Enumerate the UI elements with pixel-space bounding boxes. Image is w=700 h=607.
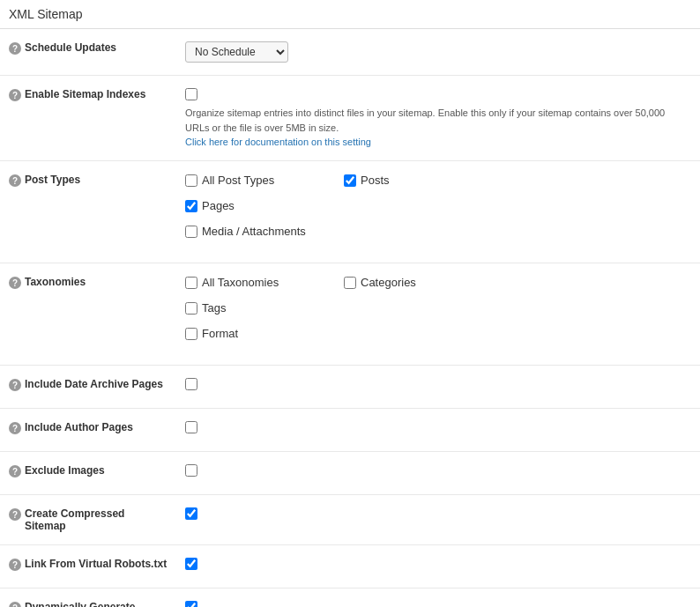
checkbox-col-taxonomies-3: Format — [185, 327, 344, 345]
help-icon-include-date-archive[interactable]: ? — [9, 379, 21, 391]
settings-row-create-compressed-sitemap: ? Create Compressed Sitemap — [0, 495, 700, 545]
label-group-dynamically-generate-sitemap: ? Dynamically Generate Sitemap — [9, 601, 168, 607]
checkbox-label-taxonomies-3: Format — [202, 327, 238, 340]
checkbox-post-types-0[interactable] — [185, 174, 197, 187]
settings-row-dynamically-generate-sitemap: ? Dynamically Generate Sitemap — [0, 588, 700, 608]
settings-row-taxonomies: ? Taxonomies All TaxonomiesCategoriesTag… — [0, 263, 700, 366]
value-cell-exclude-images — [176, 452, 700, 495]
checkbox-include-author-pages[interactable] — [185, 421, 197, 433]
checkbox-item-taxonomies-1: Categories — [344, 276, 503, 289]
checkbox-item-post-types-3: Media / Attachments — [185, 225, 344, 238]
label-text-create-compressed-sitemap: Create Compressed Sitemap — [25, 507, 168, 532]
checkbox-dynamically-generate-sitemap[interactable] — [185, 601, 197, 607]
label-group-exclude-images: ? Exclude Images — [9, 464, 168, 477]
value-cell-post-types: All Post TypesPostsPagesMedia / Attachme… — [176, 161, 700, 263]
checkbox-item-include-author-pages — [185, 421, 691, 433]
checkbox-post-types-3[interactable] — [185, 226, 197, 238]
checkbox-taxonomies-3[interactable] — [185, 328, 197, 340]
checkbox-item-enable-sitemap-indexes — [185, 88, 691, 100]
checkbox-item-taxonomies-0: All Taxonomies — [185, 276, 344, 289]
select-schedule-updates[interactable]: No Schedule — [185, 41, 288, 63]
label-text-enable-sitemap-indexes: Enable Sitemap Indexes — [25, 88, 145, 100]
label-text-schedule-updates: Schedule Updates — [25, 41, 116, 54]
checkbox-col-post-types-2: Pages — [185, 199, 691, 218]
checkbox-label-post-types-2: Pages — [202, 199, 235, 212]
help-icon-link-from-virtual-robots[interactable]: ? — [9, 559, 21, 571]
checkbox-taxonomies-2[interactable] — [185, 302, 197, 315]
checkbox-post-types-1[interactable] — [344, 174, 356, 187]
label-text-post-types: Post Types — [25, 174, 80, 186]
settings-row-schedule-updates: ? Schedule Updates No Schedule — [0, 29, 700, 76]
checkbox-label-post-types-0: All Post Types — [202, 174, 274, 187]
label-group-link-from-virtual-robots: ? Link From Virtual Robots.txt — [9, 558, 168, 571]
label-text-dynamically-generate-sitemap: Dynamically Generate Sitemap — [25, 601, 168, 607]
label-text-include-date-archive: Include Date Archive Pages — [25, 378, 163, 390]
checkbox-item-taxonomies-3: Format — [185, 327, 344, 340]
value-cell-create-compressed-sitemap — [176, 495, 700, 545]
checkbox-taxonomies-1[interactable] — [344, 277, 356, 289]
settings-row-link-from-virtual-robots: ? Link From Virtual Robots.txt — [0, 545, 700, 588]
checkbox-enable-sitemap-indexes[interactable] — [185, 88, 197, 100]
help-icon-create-compressed-sitemap[interactable]: ? — [9, 508, 21, 521]
help-icon-taxonomies[interactable]: ? — [9, 277, 21, 289]
checkbox-create-compressed-sitemap[interactable] — [185, 507, 197, 520]
label-group-schedule-updates: ? Schedule Updates — [9, 41, 168, 55]
value-cell-link-from-virtual-robots — [176, 545, 700, 588]
help-link-enable-sitemap-indexes[interactable]: Click here for documentation on this set… — [185, 137, 371, 147]
help-icon-dynamically-generate-sitemap[interactable]: ? — [9, 602, 21, 607]
value-cell-include-author-pages — [176, 409, 700, 452]
checkbox-col-post-types-1: Posts — [344, 174, 503, 192]
settings-row-post-types: ? Post Types All Post TypesPostsPagesMed… — [0, 161, 700, 263]
label-group-taxonomies: ? Taxonomies — [9, 276, 168, 289]
checkbox-label-post-types-1: Posts — [361, 174, 390, 187]
checkbox-item-post-types-2: Pages — [185, 199, 691, 212]
checkbox-label-taxonomies-2: Tags — [202, 301, 226, 315]
checkbox-col-taxonomies-1: Categories — [344, 276, 503, 294]
settings-row-exclude-images: ? Exclude Images — [0, 452, 700, 495]
label-group-include-date-archive: ? Include Date Archive Pages — [9, 378, 168, 391]
checkbox-label-taxonomies-0: All Taxonomies — [202, 276, 279, 289]
label-group-include-author-pages: ? Include Author Pages — [9, 421, 168, 434]
label-group-create-compressed-sitemap: ? Create Compressed Sitemap — [9, 507, 168, 532]
value-cell-schedule-updates: No Schedule — [176, 29, 700, 76]
help-text-enable-sitemap-indexes: Organize sitemap entries into distinct f… — [185, 106, 679, 135]
checkbox-link-from-virtual-robots[interactable] — [185, 558, 197, 570]
label-text-link-from-virtual-robots: Link From Virtual Robots.txt — [25, 558, 167, 570]
help-icon-include-author-pages[interactable]: ? — [9, 422, 21, 434]
help-icon-schedule-updates[interactable]: ? — [9, 42, 21, 55]
checkbox-item-taxonomies-2: Tags — [185, 301, 691, 315]
settings-row-enable-sitemap-indexes: ? Enable Sitemap Indexes Organize sitema… — [0, 76, 700, 161]
checkbox-item-post-types-1: Posts — [344, 174, 503, 187]
checkbox-exclude-images[interactable] — [185, 464, 197, 477]
checkbox-post-types-2[interactable] — [185, 200, 197, 212]
help-icon-exclude-images[interactable]: ? — [9, 465, 21, 477]
checkbox-label-taxonomies-1: Categories — [361, 276, 416, 289]
label-group-post-types: ? Post Types — [9, 174, 168, 187]
settings-row-include-author-pages: ? Include Author Pages — [0, 409, 700, 452]
checkbox-item-post-types-0: All Post Types — [185, 174, 344, 187]
help-icon-post-types[interactable]: ? — [9, 174, 21, 187]
label-text-include-author-pages: Include Author Pages — [25, 421, 133, 433]
page-title: XML Sitemap — [0, 0, 700, 29]
label-group-enable-sitemap-indexes: ? Enable Sitemap Indexes — [9, 88, 168, 101]
checkboxes-group-post-types: All Post TypesPostsPagesMedia / Attachme… — [185, 174, 691, 250]
checkbox-item-create-compressed-sitemap — [185, 507, 691, 520]
checkbox-item-link-from-virtual-robots — [185, 558, 691, 570]
checkbox-item-include-date-archive — [185, 378, 691, 390]
checkbox-item-dynamically-generate-sitemap — [185, 601, 691, 607]
label-text-taxonomies: Taxonomies — [25, 276, 86, 288]
checkbox-taxonomies-0[interactable] — [185, 277, 197, 289]
value-cell-dynamically-generate-sitemap — [176, 588, 700, 608]
value-cell-taxonomies: All TaxonomiesCategoriesTagsFormat — [176, 263, 700, 366]
checkbox-include-date-archive[interactable] — [185, 378, 197, 390]
settings-row-include-date-archive: ? Include Date Archive Pages — [0, 366, 700, 409]
checkbox-col-post-types-0: All Post Types — [185, 174, 344, 192]
help-icon-enable-sitemap-indexes[interactable]: ? — [9, 89, 21, 101]
label-text-exclude-images: Exclude Images — [25, 464, 105, 477]
checkboxes-group-taxonomies: All TaxonomiesCategoriesTagsFormat — [185, 276, 691, 352]
value-cell-include-date-archive — [176, 366, 700, 409]
value-cell-enable-sitemap-indexes: Organize sitemap entries into distinct f… — [176, 76, 700, 161]
checkbox-item-exclude-images — [185, 464, 691, 477]
checkbox-col-post-types-3: Media / Attachments — [185, 225, 344, 243]
checkbox-col-taxonomies-0: All Taxonomies — [185, 276, 344, 294]
